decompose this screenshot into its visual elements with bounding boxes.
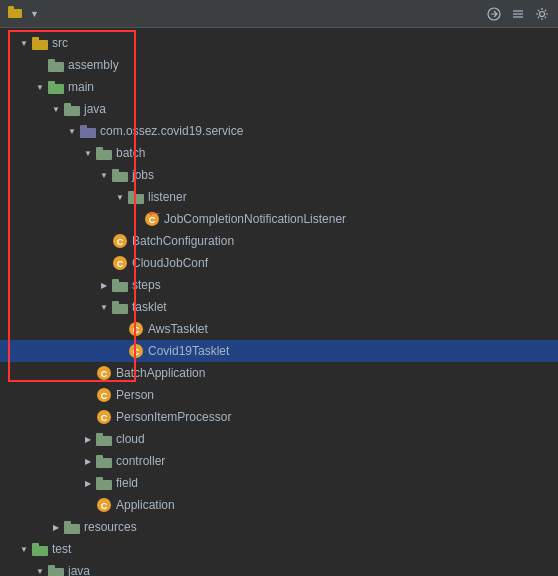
svg-rect-11 [48, 84, 64, 94]
tree-item-jobs[interactable]: ▼ jobs [0, 164, 558, 186]
expand-arrow[interactable] [80, 409, 96, 425]
svg-rect-29 [112, 282, 128, 292]
project-tree[interactable]: ← ▼ src assembly▼ main▼ java▼ com.ossez.… [0, 28, 558, 576]
project-window: ▼ [0, 0, 558, 576]
expand-arrow[interactable]: ▶ [80, 453, 96, 469]
svg-rect-54 [32, 543, 39, 547]
folder-icon [96, 431, 112, 447]
svg-rect-14 [64, 103, 71, 107]
expand-arrow[interactable]: ▶ [48, 519, 64, 535]
tree-item-test[interactable]: ▼ test [0, 538, 558, 560]
svg-rect-32 [112, 301, 119, 305]
expand-arrow[interactable] [112, 321, 128, 337]
svg-rect-48 [96, 477, 103, 481]
settings-icon[interactable] [510, 6, 526, 22]
expand-arrow[interactable]: ▼ [16, 35, 32, 51]
expand-arrow[interactable] [128, 211, 144, 227]
tree-item-AwsTasklet[interactable]: C AwsTasklet [0, 318, 558, 340]
expand-arrow[interactable] [112, 343, 128, 359]
tree-item-main[interactable]: ▼ main [0, 76, 558, 98]
item-label: com.ossez.covid19.service [100, 124, 243, 138]
expand-arrow[interactable]: ▼ [16, 541, 32, 557]
expand-arrow[interactable]: ▼ [96, 167, 112, 183]
class-icon: C [96, 365, 112, 381]
expand-arrow[interactable] [32, 57, 48, 73]
tree-item-listener[interactable]: ▼ listener [0, 186, 558, 208]
external-link-icon[interactable] [486, 6, 502, 22]
tree-item-resources[interactable]: ▶ resources [0, 516, 558, 538]
tree-item-cloud[interactable]: ▶ cloud [0, 428, 558, 450]
expand-arrow[interactable]: ▼ [32, 79, 48, 95]
expand-arrow[interactable]: ▶ [96, 277, 112, 293]
tree-item-steps[interactable]: ▶ steps [0, 274, 558, 296]
tree-item-assembly[interactable]: assembly [0, 54, 558, 76]
svg-text:C: C [117, 237, 124, 247]
svg-rect-56 [48, 565, 55, 569]
svg-rect-12 [48, 81, 55, 85]
tree-item-batch[interactable]: ▼ batch [0, 142, 558, 164]
tree-item-tasklet[interactable]: ▼ tasklet [0, 296, 558, 318]
svg-rect-7 [32, 40, 48, 50]
tree-item-JobCompletionNotificationListener[interactable]: C JobCompletionNotificationListener [0, 208, 558, 230]
tree-item-java2[interactable]: ▼ java [0, 560, 558, 576]
tree-item-com-ossez-covid19-service[interactable]: ▼ com.ossez.covid19.service [0, 120, 558, 142]
expand-arrow[interactable]: ▼ [32, 563, 48, 576]
svg-text:C: C [101, 501, 108, 511]
expand-arrow[interactable] [96, 233, 112, 249]
expand-arrow[interactable]: ▼ [80, 145, 96, 161]
class-icon: C [96, 387, 112, 403]
svg-rect-18 [96, 147, 103, 151]
item-label: PersonItemProcessor [116, 410, 231, 424]
svg-rect-21 [128, 194, 144, 204]
expand-arrow[interactable] [80, 497, 96, 513]
svg-text:C: C [133, 347, 140, 357]
item-label: Application [116, 498, 175, 512]
expand-arrow[interactable]: ▼ [48, 101, 64, 117]
title-dropdown-icon[interactable]: ▼ [30, 9, 39, 19]
tree-item-controller[interactable]: ▶ controller [0, 450, 558, 472]
svg-rect-52 [64, 521, 71, 525]
svg-rect-31 [112, 304, 128, 314]
folder-icon [112, 277, 128, 293]
svg-rect-22 [128, 191, 135, 195]
tree-item-BatchApplication[interactable]: C BatchApplication [0, 362, 558, 384]
item-label: assembly [68, 58, 119, 72]
class-icon: C [112, 233, 128, 249]
expand-arrow[interactable]: ▶ [80, 475, 96, 491]
folder-icon [96, 453, 112, 469]
expand-arrow[interactable]: ▶ [80, 431, 96, 447]
tree-item-Covid19Tasklet[interactable]: C Covid19Tasklet [0, 340, 558, 362]
class-icon: C [128, 343, 144, 359]
item-label: test [52, 542, 71, 556]
expand-arrow[interactable]: ▼ [112, 189, 128, 205]
folder-icon [112, 299, 128, 315]
expand-arrow[interactable]: ▼ [96, 299, 112, 315]
svg-rect-51 [64, 524, 80, 534]
expand-arrow[interactable]: ▼ [64, 123, 80, 139]
folder-icon [96, 475, 112, 491]
svg-rect-30 [112, 279, 119, 283]
tree-item-BatchConfiguration[interactable]: C BatchConfiguration [0, 230, 558, 252]
svg-rect-44 [96, 433, 103, 437]
tree-item-src[interactable]: ▼ src [0, 32, 558, 54]
item-label: cloud [116, 432, 145, 446]
tree-items-container: ▼ src assembly▼ main▼ java▼ com.ossez.co… [0, 32, 558, 576]
tree-item-PersonItemProcessor[interactable]: C PersonItemProcessor [0, 406, 558, 428]
tree-item-java[interactable]: ▼ java [0, 98, 558, 120]
svg-rect-43 [96, 436, 112, 446]
folder-icon [32, 541, 48, 557]
svg-rect-9 [48, 62, 64, 72]
expand-arrow[interactable] [80, 365, 96, 381]
tree-item-Application[interactable]: C Application [0, 494, 558, 516]
expand-arrow[interactable] [96, 255, 112, 271]
class-icon: C [112, 255, 128, 271]
tree-item-CloudJobConf[interactable]: C CloudJobConf [0, 252, 558, 274]
class-icon: C [96, 409, 112, 425]
tree-item-field[interactable]: ▶ field [0, 472, 558, 494]
expand-arrow[interactable] [80, 387, 96, 403]
svg-rect-1 [8, 6, 14, 10]
item-label: BatchApplication [116, 366, 205, 380]
gear-icon[interactable] [534, 6, 550, 22]
tree-item-Person[interactable]: C Person [0, 384, 558, 406]
svg-rect-8 [32, 37, 39, 41]
